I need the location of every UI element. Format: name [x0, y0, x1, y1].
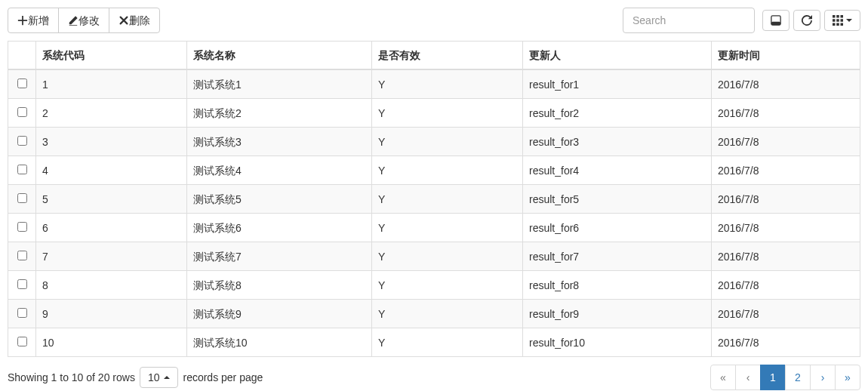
- plus-icon: [17, 15, 28, 26]
- cell-updater: result_for2: [523, 99, 712, 128]
- search-input[interactable]: [623, 8, 755, 33]
- svg-rect-6: [836, 19, 839, 22]
- table-row[interactable]: 10测试系统10Yresult_for102016/7/8: [8, 328, 860, 357]
- cell-updated-at: 2016/7/8: [712, 242, 860, 271]
- pagination-info: Showing 1 to 10 of 20 rows: [8, 371, 135, 383]
- cell-valid: Y: [372, 271, 523, 300]
- table-header-row: 系统代码 系统名称 是否有效 更新人 更新时间: [8, 42, 860, 70]
- columns-button[interactable]: [824, 10, 860, 31]
- page-last-button[interactable]: »: [835, 365, 860, 390]
- table-row[interactable]: 7测试系统7Yresult_for72016/7/8: [8, 242, 860, 271]
- refresh-icon: [802, 15, 812, 26]
- delete-button[interactable]: 删除: [109, 8, 160, 33]
- edit-label: 修改: [78, 13, 100, 28]
- cell-updater: result_for5: [523, 185, 712, 214]
- cell-updated-at: 2016/7/8: [712, 128, 860, 156]
- row-checkbox[interactable]: [17, 251, 27, 260]
- cell-name: 测试系统1: [187, 69, 372, 99]
- cell-name: 测试系统3: [187, 128, 372, 156]
- page-first-button[interactable]: «: [710, 365, 736, 390]
- row-checkbox[interactable]: [17, 107, 27, 117]
- row-checkbox[interactable]: [17, 337, 27, 346]
- cell-valid: Y: [372, 128, 523, 156]
- row-checkbox-cell: [8, 300, 36, 328]
- header-name[interactable]: 系统名称: [187, 42, 372, 70]
- cell-updater: result_for6: [523, 214, 712, 242]
- cell-code: 1: [36, 69, 187, 99]
- toggle-pagination-button[interactable]: [762, 10, 790, 31]
- table-row[interactable]: 6测试系统6Yresult_for62016/7/8: [8, 214, 860, 242]
- cell-updated-at: 2016/7/8: [712, 328, 860, 357]
- svg-rect-4: [841, 15, 844, 18]
- add-button[interactable]: 新增: [8, 8, 59, 33]
- svg-rect-7: [841, 19, 844, 22]
- header-updated-at[interactable]: 更新时间: [712, 42, 860, 70]
- toolbar-right: [623, 8, 860, 33]
- svg-rect-5: [833, 19, 836, 22]
- edit-button[interactable]: 修改: [58, 8, 109, 33]
- row-checkbox-cell: [8, 242, 36, 271]
- page-number-button[interactable]: 2: [785, 365, 811, 390]
- table-row[interactable]: 2测试系统2Yresult_for22016/7/8: [8, 99, 860, 128]
- table-footer: Showing 1 to 10 of 20 rows 10 records pe…: [8, 365, 860, 390]
- header-updater[interactable]: 更新人: [523, 42, 712, 70]
- table-row[interactable]: 8测试系统8Yresult_for82016/7/8: [8, 271, 860, 300]
- table-row[interactable]: 1测试系统1Yresult_for12016/7/8: [8, 69, 860, 99]
- svg-rect-8: [833, 23, 836, 26]
- page-size-value: 10: [148, 371, 160, 383]
- toolbar: 新增 修改 删除: [8, 8, 860, 33]
- cell-updater: result_for9: [523, 300, 712, 328]
- page-size-selector[interactable]: 10: [140, 367, 179, 388]
- table-row[interactable]: 4测试系统4Yresult_for42016/7/8: [8, 156, 860, 185]
- svg-rect-1: [771, 22, 780, 25]
- footer-left: Showing 1 to 10 of 20 rows 10 records pe…: [8, 367, 263, 388]
- cell-valid: Y: [372, 185, 523, 214]
- row-checkbox[interactable]: [17, 165, 27, 174]
- cell-valid: Y: [372, 214, 523, 242]
- cell-updated-at: 2016/7/8: [712, 99, 860, 128]
- row-checkbox[interactable]: [17, 136, 27, 146]
- cell-name: 测试系统10: [187, 328, 372, 357]
- page-number-button[interactable]: 1: [760, 365, 786, 390]
- cell-valid: Y: [372, 242, 523, 271]
- cell-updater: result_for1: [523, 69, 712, 99]
- cell-name: 测试系统7: [187, 242, 372, 271]
- cell-updater: result_for10: [523, 328, 712, 357]
- cell-updated-at: 2016/7/8: [712, 156, 860, 185]
- row-checkbox[interactable]: [17, 279, 27, 289]
- row-checkbox[interactable]: [17, 79, 27, 88]
- header-code[interactable]: 系统代码: [36, 42, 187, 70]
- cell-code: 3: [36, 128, 187, 156]
- svg-rect-9: [836, 23, 839, 26]
- cell-valid: Y: [372, 99, 523, 128]
- row-checkbox-cell: [8, 214, 36, 242]
- table-row[interactable]: 9测试系统9Yresult_for92016/7/8: [8, 300, 860, 328]
- row-checkbox[interactable]: [17, 222, 27, 232]
- row-checkbox-cell: [8, 271, 36, 300]
- refresh-button[interactable]: [793, 10, 820, 31]
- pagination: « ‹ 12 › »: [710, 365, 860, 390]
- header-valid[interactable]: 是否有效: [372, 42, 523, 70]
- table-row[interactable]: 5测试系统5Yresult_for52016/7/8: [8, 185, 860, 214]
- delete-label: 删除: [129, 13, 150, 28]
- cell-updater: result_for8: [523, 271, 712, 300]
- row-checkbox[interactable]: [17, 308, 27, 318]
- add-label: 新增: [28, 13, 49, 28]
- cell-updated-at: 2016/7/8: [712, 214, 860, 242]
- table-row[interactable]: 3测试系统3Yresult_for32016/7/8: [8, 128, 860, 156]
- cell-code: 8: [36, 271, 187, 300]
- cell-valid: Y: [372, 300, 523, 328]
- page-prev-button[interactable]: ‹: [735, 365, 761, 390]
- cell-name: 测试系统2: [187, 99, 372, 128]
- edit-icon: [68, 15, 78, 26]
- cell-name: 测试系统9: [187, 300, 372, 328]
- cell-name: 测试系统4: [187, 156, 372, 185]
- cell-updated-at: 2016/7/8: [712, 185, 860, 214]
- cell-updater: result_for7: [523, 242, 712, 271]
- cell-code: 7: [36, 242, 187, 271]
- row-checkbox[interactable]: [17, 193, 27, 203]
- cell-updated-at: 2016/7/8: [712, 69, 860, 99]
- page-next-button[interactable]: ›: [810, 365, 836, 390]
- cell-code: 5: [36, 185, 187, 214]
- cell-name: 测试系统8: [187, 271, 372, 300]
